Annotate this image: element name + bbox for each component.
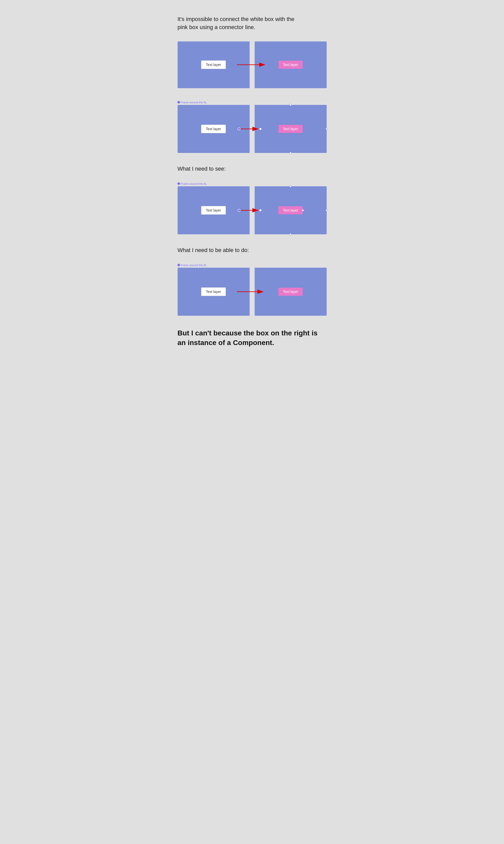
diagram1-gap — [250, 41, 255, 88]
diagram3-pink-box: Text layer — [278, 206, 303, 214]
diagram3-bottom-dot — [289, 233, 291, 235]
diagram1-wrapper: Text layer Text layer — [147, 41, 357, 88]
diagram2-top-dot — [289, 104, 291, 106]
diagram2-frame-label: Frame around the AL — [147, 101, 357, 104]
diagram3-gap — [250, 186, 255, 234]
intro-text: It's impossible to connect the white box… — [178, 15, 327, 31]
diagram1-pink-box: Text layer — [278, 61, 303, 69]
diagram2-bottom-dot — [289, 152, 291, 154]
diamond-icon — [177, 101, 180, 104]
diagram3-right-dot — [326, 209, 328, 211]
diagram4-pink-box: Text layer — [278, 288, 303, 296]
diagram3-left-frame: Text layer — [178, 186, 250, 234]
diagram3-white-box: Text layer — [201, 206, 226, 215]
diagram2-left-frame: Text layer — [178, 105, 250, 153]
diagram3-frame-label: Frame around the AL — [147, 182, 357, 185]
diagram3-wrapper: Frame around the AL Text layer Text laye… — [147, 182, 357, 234]
diagram4-canvas: Text layer Text layer — [147, 268, 357, 316]
final-text: But I can't because the box on the right… — [147, 328, 357, 348]
diagram3-right-frame: Text layer — [255, 186, 327, 234]
section3: What I need to be able to do: — [147, 247, 357, 253]
diagram1-white-box: Text layer — [201, 60, 226, 69]
diagram1-canvas: Text layer Text layer — [147, 41, 357, 88]
diagram2-frames: Text layer Text layer — [178, 105, 327, 153]
diagram4-gap — [250, 268, 255, 316]
diagram4-white-box: Text layer — [201, 287, 226, 296]
intro-section: It's impossible to connect the white box… — [147, 15, 357, 31]
diagram3-pink-right-dot — [302, 209, 304, 211]
diagram3-frames: Text layer Text layer — [178, 186, 327, 234]
diagram2-canvas: Text layer Text layer — [147, 105, 357, 153]
diagram3-canvas: Text layer Text layer — [147, 186, 357, 234]
section3-heading: What I need to be able to do: — [178, 247, 327, 253]
diagram4-left-frame: Text layer — [178, 268, 250, 316]
diagram2-pink-box: Text layer — [278, 125, 303, 133]
diagram4-frames: Text layer Text layer — [178, 268, 327, 316]
diamond-icon-4 — [177, 263, 180, 267]
diagram4-frame-label: Frame around the AL — [147, 264, 357, 267]
diagram2-right-frame: Text layer — [255, 105, 327, 153]
diagram2-white-box: Text layer — [201, 125, 226, 133]
diagram2-wrapper: Frame around the AL Text layer Text laye… — [147, 101, 357, 153]
diagram3-top-dot — [289, 185, 291, 187]
diagram1-right-frame: Text layer — [255, 41, 327, 88]
diagram1-left-frame: Text layer — [178, 41, 250, 88]
diamond-icon-3 — [177, 182, 180, 185]
section2: What I need to see: — [147, 165, 357, 172]
diagram4-right-frame: Text layer — [255, 268, 327, 316]
section2-heading: What I need to see: — [178, 165, 327, 172]
diagram2-right-dot — [326, 128, 328, 130]
diagram1-frames: Text layer Text layer — [178, 41, 327, 88]
diagram4-wrapper: Frame around the AL Text layer Text laye… — [147, 264, 357, 316]
diagram2-gap — [250, 105, 255, 153]
